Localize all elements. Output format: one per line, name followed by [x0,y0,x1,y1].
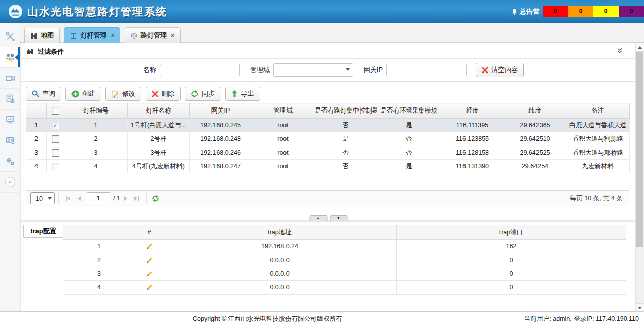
trap-col-address: trap地址 [163,225,397,240]
row-number: 2 [63,253,135,267]
cell: 否 [314,146,377,160]
sidebar-item-camera[interactable] [0,68,20,89]
row-checkbox[interactable] [52,135,59,143]
delete-x-icon [152,91,158,97]
divider [146,193,147,203]
edit-cell [135,267,163,281]
vertical-scrollbar[interactable] [635,43,644,312]
prev-page-button[interactable] [74,193,85,204]
row-checkbox[interactable] [52,122,59,129]
cell: 116.128158 [441,146,504,160]
splitter-expand-up-button[interactable] [309,215,327,221]
sidebar-item-monitor[interactable] [0,110,20,130]
cell: 116.131390 [441,160,504,173]
camera-icon [5,73,15,83]
tab-pole-management[interactable]: 灯杆管理 [64,27,120,43]
sidebar-item-account[interactable] [0,130,20,151]
trap-row[interactable]: 4 0.0.0.0 0 [63,281,626,295]
cell: 2号杆 [128,132,190,146]
trap-row[interactable]: 3 0.0.0.0 0 [63,267,626,281]
gateway-ip-label: 网关IP [364,65,383,75]
name-input[interactable] [160,64,240,76]
splitter-expand-down-button[interactable] [330,215,347,221]
clear-button[interactable]: 清空内容 [476,63,524,77]
table-row[interactable]: 1 1 1号杆(白鹿大道与... 192.168.0.245 root 否 是 … [26,119,630,132]
edit-pencil-icon[interactable] [146,270,153,277]
edit-pencil-icon[interactable] [146,283,153,291]
create-button[interactable]: 创建 [65,87,101,101]
edit-pencil-icon[interactable] [146,256,153,263]
sidebar-item-tools[interactable] [0,26,20,47]
filter-collapse-button[interactable] [617,48,623,54]
sidebar-item-settings[interactable] [0,151,20,172]
cell: 2 [64,132,128,146]
modify-button-label: 修改 [122,89,135,98]
alarm-count-warning[interactable]: 0 [619,6,644,17]
domain-select[interactable] [273,63,353,77]
bell-icon [511,8,518,15]
sync-icon [191,90,199,98]
trap-col-port: trap端口 [397,225,626,240]
sidebar-item-device-topology[interactable] [0,47,20,68]
page-size-select[interactable]: 10 [30,192,55,204]
refresh-button[interactable] [150,193,161,204]
sidebar-collapse-button[interactable] [0,172,20,193]
checkbox-cell [47,132,64,146]
tab-trap-config[interactable]: trap配置 [23,225,63,238]
scroll-down-button[interactable] [636,303,644,312]
trap-row[interactable]: 2 0.0.0.0 0 [63,253,626,267]
filter-panel-header: 过滤条件 [21,45,636,59]
col-remark: 备注 [566,103,630,119]
query-button[interactable]: 查询 [26,87,61,101]
page-number-input[interactable] [87,192,110,204]
app-footer: Copyright © 江西山水光电科技股份有限公司版权所有 当前用户: adm… [0,311,644,326]
cell: 4号杆(九宏新材料) [128,160,190,173]
cell: 是 [377,160,441,173]
table-header-row: 灯杆编号 灯杆名称 网关IP 管理域 是否有路灯集中控制器 是否有环境采集模块 … [26,103,630,119]
row-number: 3 [63,267,135,281]
streetlight-icon [131,32,137,39]
scrollbar-thumb[interactable] [636,52,643,247]
delete-button-label: 删除 [161,89,174,98]
cell: 否 [377,146,441,160]
row-checkbox[interactable] [52,149,59,157]
last-page-button[interactable] [131,193,142,204]
close-icon[interactable] [171,33,174,38]
cell: root [252,160,314,173]
col-has-controller: 是否有路灯集中控制器 [314,103,377,119]
first-page-button[interactable] [62,193,74,204]
modify-button[interactable]: 修改 [105,87,141,101]
close-icon[interactable] [111,33,114,38]
alarm-count-major[interactable]: 0 [568,6,593,17]
alarm-count-minor[interactable]: 0 [593,6,619,17]
sync-button[interactable]: 同步 [185,87,221,101]
cell: 116.111395 [441,119,504,132]
row-checkbox[interactable] [52,163,59,170]
pole-table: 灯杆编号 灯杆名称 网关IP 管理域 是否有路灯集中控制器 是否有环境采集模块 … [26,103,630,173]
edit-pencil-icon[interactable] [146,242,153,249]
cell: root [252,146,314,160]
export-button[interactable]: 导出 [225,87,260,101]
cell: 是 [314,132,377,146]
pagination-bar: 10 / 1 [26,190,629,206]
sync-button-label: 同步 [202,89,215,98]
next-page-button[interactable] [120,193,131,204]
delete-button[interactable]: 删除 [146,87,181,101]
table-row[interactable]: 3 3 3号杆 192.168.0.246 root 否 否 116.12815… [26,146,630,160]
trap-address-cell: 0.0.0.0 [163,253,397,267]
cell: 29.642525 [504,146,566,160]
trap-col-index: # [135,225,163,240]
table-row[interactable]: 2 2 2号杆 192.168.0.248 root 是 否 116.12385… [26,132,630,146]
tab-streetlight-management[interactable]: 路灯管理 [125,27,181,43]
name-label: 名称 [143,65,156,75]
alarm-count-critical[interactable]: 0 [543,6,568,17]
select-all-checkbox[interactable] [52,107,59,115]
trap-row[interactable]: 1 192.168.0.24 162 [63,240,626,253]
table-row[interactable]: 4 4 4号杆(九宏新材料) 192.168.0.247 root 否 是 11… [26,160,630,173]
sidebar-item-report[interactable] [0,89,20,110]
edit-cell [135,253,163,267]
tab-map[interactable]: 地图 [24,28,60,43]
scroll-up-button[interactable] [636,43,644,52]
gateway-ip-input[interactable] [386,64,467,76]
cell: 否 [314,160,377,173]
